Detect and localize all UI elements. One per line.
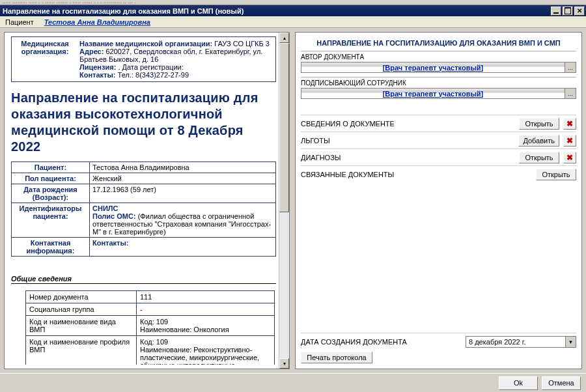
- pt-r1-l: Пациент:: [12, 162, 90, 173]
- author-value: [Врач терапевт участковый]: [301, 64, 565, 72]
- pt-r1-v: Тестова Анна Владимировна: [90, 162, 276, 173]
- preview-panel: Медицинская организация: Название медици…: [4, 32, 290, 369]
- row-diagnoses-open-button[interactable]: Открыть: [519, 152, 559, 163]
- row-benefits-add-button[interactable]: Добавить: [518, 135, 559, 147]
- gen-r2-v: -: [137, 303, 275, 316]
- org-box: Медицинская организация: Название медици…: [11, 36, 276, 82]
- date-caption: ДАТА СОЗДАНИЯ ДОКУМЕНТА: [301, 338, 458, 346]
- form-panel: НАПРАВЛЕНИЕ НА ГОСПИТАЛИЗАЦИЮ ДЛЯ ОКАЗАН…: [295, 32, 582, 369]
- patient-link[interactable]: Тестова Анна Владимировна: [44, 18, 150, 26]
- date-combo[interactable]: 8 декабря 2022 г. ▼: [466, 336, 576, 348]
- author-caption: АВТОР ДОКУМЕНТА: [301, 53, 576, 61]
- scroll-down-button[interactable]: ▾: [279, 358, 289, 369]
- document-title: Направление на госпитализацию для оказан…: [11, 90, 276, 155]
- row-diagnoses-label: ДИАГНОЗЫ: [301, 154, 515, 161]
- dialog-footer: Ok Отмена: [0, 373, 586, 392]
- pt-r4-l: Идентификаторы пациента:: [12, 203, 90, 238]
- date-value: 8 декабря 2022 г.: [466, 338, 565, 346]
- patient-table: Пациент: Тестова Анна Владимировна Пол п…: [11, 161, 276, 257]
- org-name-value: ГАУЗ СО ЦГКБ 3: [214, 40, 270, 48]
- minimize-button[interactable]: [551, 7, 561, 16]
- gen-r3-v: Код: 109 Наименование: Онкология: [137, 316, 275, 336]
- org-addr-value: 620027, Свердловская обл, г. Екатеринбур…: [79, 48, 262, 63]
- pt-r3-l: Дата рождения (Возраст):: [12, 184, 90, 203]
- patient-label: Пациент: [5, 18, 34, 26]
- print-protocol-button[interactable]: Печать протокола: [301, 352, 372, 363]
- cancel-button[interactable]: Отмена: [542, 376, 581, 390]
- row-doc-info-open-button[interactable]: Открыть: [519, 118, 559, 130]
- org-cont-label: Контакты:: [79, 71, 116, 79]
- close-button[interactable]: ✕: [574, 7, 585, 16]
- signer-value: [Врач терапевт участковый]: [301, 90, 565, 98]
- gen-r4-l: Код и наименование профиля ВМП: [26, 336, 137, 365]
- signer-dropdown-icon[interactable]: …: [565, 89, 576, 98]
- gen-r1-v: 111: [137, 291, 275, 303]
- signer-caption: ПОДПИСЫВАЮЩИЙ СОТРУДНИК: [301, 79, 576, 87]
- maximize-button[interactable]: [563, 7, 573, 16]
- org-caption: Медицинская организация:: [16, 40, 74, 79]
- row-doc-info-label: СВЕДЕНИЯ О ДОКУМЕНТЕ: [301, 120, 515, 128]
- row-benefits-label: ЛЬГОТЫ: [301, 137, 514, 145]
- gen-r1-l: Номер документа: [26, 291, 137, 303]
- org-addr-label: Адрес:: [79, 48, 104, 55]
- row-diagnoses: ДИАГНОЗЫ Открыть ✖: [301, 148, 576, 165]
- menubar: ····· ········· ····· · · ······ ·······…: [0, 0, 586, 5]
- scroll-up-button[interactable]: ▴: [279, 33, 289, 43]
- gen-r3-l: Код и наименование вида ВМП: [26, 316, 137, 336]
- general-header: Общие сведения: [11, 275, 276, 284]
- general-table: Номер документа 111 Социальная группа - …: [25, 290, 275, 365]
- row-benefits-delete-button[interactable]: ✖: [563, 135, 576, 147]
- gen-r4-v: Код: 109 Наименование: Реконструктивно-п…: [137, 336, 275, 365]
- row-doc-info: СВЕДЕНИЯ О ДОКУМЕНТЕ Открыть ✖: [301, 115, 576, 132]
- delete-icon: ✖: [566, 136, 573, 145]
- pt-r2-l: Пол пациента:: [12, 173, 90, 184]
- row-linked-docs: СВЯЗАННЫЕ ДОКУМЕНТЫ Открыть: [301, 165, 576, 182]
- form-title: НАПРАВЛЕНИЕ НА ГОСПИТАЛИЗАЦИЮ ДЛЯ ОКАЗАН…: [301, 36, 576, 51]
- pt-r4-v: СНИЛС Полис ОМС: (Филиал общества с огра…: [90, 203, 276, 238]
- pt-r2-v: Женский: [90, 173, 276, 184]
- row-linked-docs-open-button[interactable]: Открыть: [536, 169, 576, 180]
- author-dropdown-icon[interactable]: …: [565, 63, 576, 72]
- gen-r2-l: Социальная группа: [26, 303, 137, 316]
- signer-combo[interactable]: [Врач терапевт участковый] …: [301, 88, 576, 99]
- pt-r5-v: Контакты:: [90, 238, 276, 257]
- org-name-label: Название медицинской организации:: [79, 40, 212, 48]
- scrollbar[interactable]: ▴ ▾: [279, 33, 289, 369]
- org-lic-value: . Дата регистрации:: [118, 63, 183, 71]
- delete-icon: ✖: [566, 153, 573, 162]
- row-linked-docs-label: СВЯЗАННЫЕ ДОКУМЕНТЫ: [301, 171, 532, 178]
- author-combo[interactable]: [Врач терапевт участковый] …: [301, 62, 576, 73]
- row-doc-info-delete-button[interactable]: ✖: [563, 118, 576, 130]
- patient-bar: Пациент Тестова Анна Владимировна: [0, 16, 586, 28]
- ok-button[interactable]: Ok: [499, 376, 538, 390]
- delete-icon: ✖: [566, 119, 573, 128]
- titlebar: Направление на госпитализацию для оказан…: [0, 5, 586, 16]
- pt-r5-l: Контактная информация:: [12, 238, 90, 257]
- row-diagnoses-delete-button[interactable]: ✖: [563, 152, 576, 163]
- chevron-down-icon[interactable]: ▼: [565, 337, 576, 347]
- org-lic-label: Лицензия:: [79, 63, 116, 71]
- org-cont-value: Тел.: 8(343)272-27-99: [118, 71, 189, 79]
- scroll-thumb[interactable]: [279, 43, 289, 212]
- pt-r3-v: 17.12.1963 (59 лет): [90, 184, 276, 203]
- window-title: Направление на госпитализацию для оказан…: [3, 7, 244, 15]
- row-benefits: ЛЬГОТЫ Добавить ✖: [301, 132, 576, 148]
